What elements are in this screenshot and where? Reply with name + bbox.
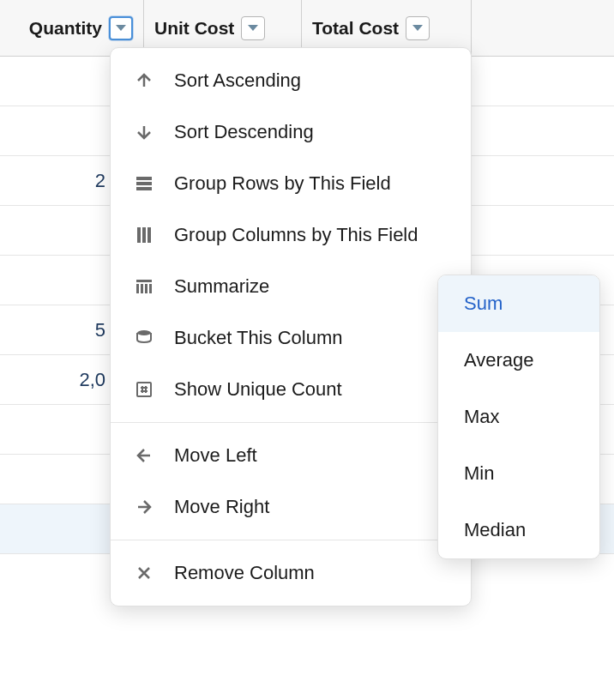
menu-label: Sort Ascending [174,69,301,92]
svg-rect-2 [136,187,152,190]
menu-sort-descending[interactable]: Sort Descending [111,106,471,158]
svg-point-11 [137,330,151,335]
summarize-submenu: Sum Average Max Min Median [437,275,600,559]
unit-cost-dropdown-button[interactable] [241,16,265,40]
svg-rect-8 [141,284,143,293]
chevron-down-icon [116,25,126,31]
menu-summarize[interactable]: Summarize [111,261,471,312]
svg-rect-9 [145,284,147,293]
svg-rect-10 [149,284,152,293]
arrow-down-icon [133,121,155,143]
menu-group-columns[interactable]: Group Columns by This Field [111,209,471,261]
menu-label: Move Left [174,444,257,467]
column-label: Unit Cost [154,18,234,39]
column-label: Total Cost [312,18,399,39]
submenu-min[interactable]: Min [438,445,599,502]
submenu-max[interactable]: Max [438,389,599,445]
menu-group-rows[interactable]: Group Rows by This Field [111,158,471,209]
menu-label: Remove Column [174,562,315,584]
arrow-up-icon [133,69,155,92]
svg-rect-5 [147,227,151,243]
summarize-icon [133,275,155,298]
menu-label: Bucket This Column [174,327,342,349]
menu-bucket-column[interactable]: Bucket This Column [111,312,471,364]
bucket-icon [133,327,155,349]
submenu-sum[interactable]: Sum [438,275,599,332]
close-icon [133,562,155,584]
chevron-down-icon [248,25,258,31]
menu-move-right[interactable]: Move Right [111,481,471,533]
menu-label: Show Unique Count [174,378,342,401]
svg-rect-3 [137,227,141,243]
menu-sort-ascending[interactable]: Sort Ascending [111,55,471,106]
menu-label: Group Rows by This Field [174,172,391,195]
menu-label: Sort Descending [174,121,314,143]
quantity-dropdown-button[interactable] [109,16,133,40]
rows-icon [133,172,155,195]
submenu-average[interactable]: Average [438,332,599,389]
menu-label: Move Right [174,496,269,518]
chevron-down-icon [412,25,423,31]
menu-label: Group Columns by This Field [174,224,418,246]
menu-remove-column[interactable]: Remove Column [111,547,471,599]
menu-move-left[interactable]: Move Left [111,430,471,481]
hash-icon [133,378,155,401]
arrow-right-icon [133,496,155,518]
menu-unique-count[interactable]: Show Unique Count [111,364,471,415]
columns-icon [133,224,155,246]
column-context-menu: Sort Ascending Sort Descending Group Row… [110,47,472,606]
svg-rect-12 [137,383,151,396]
svg-rect-7 [136,284,139,293]
arrow-left-icon [133,444,155,467]
svg-rect-6 [136,280,152,282]
total-cost-dropdown-button[interactable] [406,16,430,40]
svg-rect-0 [136,177,152,180]
svg-rect-1 [136,182,152,185]
column-label: Quantity [29,18,102,39]
submenu-median[interactable]: Median [438,502,599,558]
menu-label: Summarize [174,275,269,298]
svg-rect-4 [142,227,146,243]
